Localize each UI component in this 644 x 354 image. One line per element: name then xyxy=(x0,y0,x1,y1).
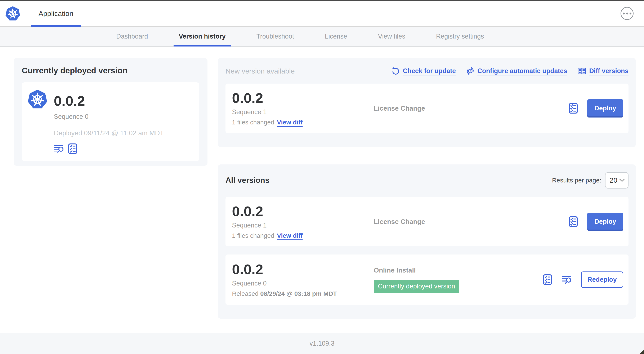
view-logs-icon[interactable] xyxy=(54,144,64,153)
deploy-button[interactable]: Deploy xyxy=(587,213,623,231)
tab-dashboard[interactable]: Dashboard xyxy=(111,27,153,46)
version-sequence: Sequence 0 xyxy=(232,280,366,287)
new-version-title: New version available xyxy=(226,67,295,75)
app-tab-application[interactable]: Application xyxy=(31,1,81,26)
ellipsis-icon xyxy=(623,13,625,15)
version-number: 0.0.2 xyxy=(232,204,366,218)
deployed-timestamp: Deployed 09/11/24 @ 11:02 am MDT xyxy=(54,129,164,137)
version-source: License Change xyxy=(374,218,425,226)
preflight-checklist-icon[interactable] xyxy=(543,274,552,285)
new-version-card: 0.0.2 Sequence 1 1 files changed View di… xyxy=(226,84,628,133)
tab-troubleshoot[interactable]: Troubleshoot xyxy=(251,27,300,46)
all-versions-section: All versions Results per page: 20 0.0.2 … xyxy=(218,164,636,319)
deployed-sequence: Sequence 0 xyxy=(54,113,164,120)
tab-license[interactable]: License xyxy=(320,27,352,46)
app-subnav: Dashboard Version history Troubleshoot L… xyxy=(0,27,644,47)
currently-deployed-badge: Currently deployed version xyxy=(374,280,459,293)
version-row: 0.0.2 Sequence 0 Released 08/29/24 @ 03:… xyxy=(226,254,628,305)
version-row: 0.0.2 Sequence 1 1 files changed View di… xyxy=(226,197,628,246)
results-per-page-label: Results per page: xyxy=(552,177,601,184)
released-timestamp: Released 08/29/24 @ 03:18 pm MDT xyxy=(232,290,366,297)
chevron-down-icon xyxy=(619,179,625,182)
configure-automatic-updates-link[interactable]: Configure automatic updates xyxy=(466,67,567,75)
clock-refresh-icon xyxy=(466,67,475,75)
version-number: 0.0.2 xyxy=(232,262,366,276)
preflight-checklist-icon[interactable] xyxy=(569,103,578,114)
results-per-page-select[interactable]: 20 xyxy=(605,172,628,189)
view-diff-link[interactable]: View diff xyxy=(277,232,303,239)
diff-versions-link[interactable]: Diff versions xyxy=(577,67,628,75)
deploy-button[interactable]: Deploy xyxy=(587,99,623,118)
app-tab-label: Application xyxy=(38,10,73,18)
cursor-artifact xyxy=(640,350,644,354)
diff-icon xyxy=(577,67,586,75)
kubernetes-app-icon xyxy=(27,89,48,155)
more-options-button[interactable] xyxy=(620,7,634,20)
tab-view-files[interactable]: View files xyxy=(373,27,410,46)
preflight-checklist-icon[interactable] xyxy=(68,143,77,154)
version-sequence: Sequence 1 xyxy=(232,222,366,229)
new-version-section: New version available Check for update C… xyxy=(218,58,636,147)
view-logs-icon[interactable] xyxy=(562,275,572,284)
redeploy-button[interactable]: Redeploy xyxy=(581,271,623,288)
refresh-icon xyxy=(391,67,400,75)
check-for-update-link[interactable]: Check for update xyxy=(391,67,456,75)
files-changed-text: 1 files changed xyxy=(232,119,274,126)
tab-registry-settings[interactable]: Registry settings xyxy=(431,27,489,46)
version-source: Online Install xyxy=(374,266,459,274)
console-version: v1.109.3 xyxy=(310,340,334,347)
currently-deployed-panel: Currently deployed version 0.0.2 Sequenc… xyxy=(14,58,208,166)
app-footer: v1.109.3 xyxy=(0,333,644,354)
kubernetes-logo-icon xyxy=(5,6,20,21)
preflight-checklist-icon[interactable] xyxy=(569,216,578,227)
version-sequence: Sequence 1 xyxy=(232,108,366,116)
files-changed-text: 1 files changed xyxy=(232,232,274,239)
app-header: Application xyxy=(0,1,644,27)
version-number: 0.0.2 xyxy=(232,91,366,105)
view-diff-link[interactable]: View diff xyxy=(277,119,303,126)
tab-version-history[interactable]: Version history xyxy=(174,27,231,46)
all-versions-title: All versions xyxy=(226,176,270,185)
deployed-version-number: 0.0.2 xyxy=(54,94,164,108)
deployed-version-card: 0.0.2 Sequence 0 Deployed 09/11/24 @ 11:… xyxy=(22,82,199,161)
deployed-panel-title: Currently deployed version xyxy=(22,66,199,75)
version-source: License Change xyxy=(374,105,425,112)
